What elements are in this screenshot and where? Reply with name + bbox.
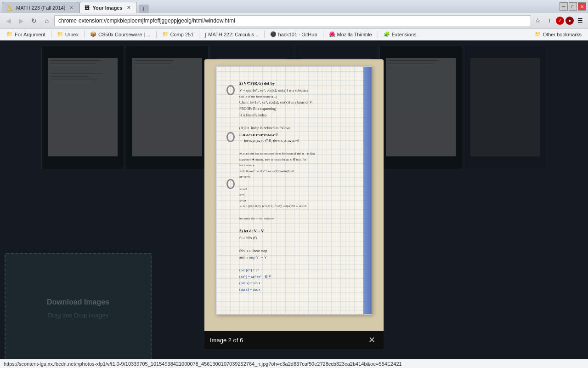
bookmark-star-icon[interactable]: ☆ <box>533 16 543 26</box>
folder-icon-2: 📁 <box>57 31 63 37</box>
bookmark-math222-label: MATH 222: Calculus... <box>208 32 258 37</box>
bookmark-cs50x-label: CS50x Courseware | ... <box>98 32 151 37</box>
bookmark-extensions[interactable]: 🧩 Extensions <box>380 30 420 38</box>
ring-2 <box>226 132 235 142</box>
github-icon: ⚫ <box>270 31 277 37</box>
bookmark-separator-3 <box>156 31 157 38</box>
bookmark-separator-4 <box>199 31 199 38</box>
bookmark-mozilla-label: Mozilla Thimble <box>337 32 372 37</box>
ring-3 <box>226 179 235 189</box>
notebook-text: 2) V⊂F(R,G) def by V = span{eˣ, xeˣ, cos… <box>239 80 367 310</box>
tab1-label: MATH 223 (Fall 2014) <box>16 5 65 11</box>
lightbox-close-button[interactable]: ✕ <box>365 334 378 346</box>
forward-button[interactable]: ▶ <box>16 15 27 26</box>
back-button[interactable]: ◀ <box>3 15 14 26</box>
tab-your-images[interactable]: 🖼 Your Images ✕ <box>79 2 136 13</box>
bookmark-math222[interactable]: ∫ MATH 222: Calculus... <box>201 31 262 38</box>
close-button[interactable]: ✕ <box>578 2 586 11</box>
bookmark-comp251-label: Comp 251 <box>170 32 194 37</box>
reload-button[interactable]: ↻ <box>28 15 40 26</box>
thimble-icon: 🌺 <box>329 31 335 37</box>
lightbox-image: 2) V⊂F(R,G) def by V = span{eˣ, xeˣ, cos… <box>204 59 384 331</box>
tab1-close[interactable]: ✕ <box>68 5 74 11</box>
tab-math223[interactable]: 📐 MATH 223 (Fall 2014) ✕ <box>2 2 79 13</box>
folder-icon-other: 📁 <box>535 31 541 37</box>
bookmark-separator-2 <box>84 31 85 38</box>
title-bar: 📐 MATH 223 (Fall 2014) ✕ 🖼 Your Images ✕… <box>0 0 588 13</box>
ring-binder <box>226 85 235 189</box>
nav-right-icons: ☆ I ✓ ● ☰ <box>533 16 585 26</box>
bookmark-extensions-label: Extensions <box>392 32 417 37</box>
window-controls: ─ □ ✕ <box>560 2 586 11</box>
status-url: https://scontent-lga.xx.fbcdn.net/hphoto… <box>4 361 402 367</box>
lightbox-caption: Image 2 of 6 <box>210 337 243 344</box>
bookmark-other-label: Other bookmarks <box>543 32 582 37</box>
bookmarks-right: 📁 Other bookmarks <box>531 30 585 38</box>
bookmark-urbex-label: Urbex <box>65 32 79 37</box>
maximize-button[interactable]: □ <box>569 2 577 11</box>
google-account-icon[interactable]: I <box>544 16 554 26</box>
lightbox-overlay[interactable]: 2) V⊂F(R,G) def by V = span{eˣ, xeˣ, cos… <box>0 40 588 368</box>
bookmark-for-argument-label: For Argument <box>15 32 45 37</box>
nav-bar: ◀ ▶ ↻ ⌂ chrome-extension://cmpkbieploemj… <box>0 13 588 29</box>
home-button[interactable]: ⌂ <box>41 15 52 26</box>
lightbox-footer: Image 2 of 6 ✕ <box>204 331 384 349</box>
cs50x-icon: 📦 <box>90 31 96 37</box>
ring-1 <box>226 85 235 95</box>
lightbox: 2) V⊂F(R,G) def by V = span{eˣ, xeˣ, cos… <box>204 59 384 349</box>
bookmarks-bar: 📁 For Argument 📁 Urbex 📦 CS50x Coursewar… <box>0 29 588 40</box>
bookmark-other[interactable]: 📁 Other bookmarks <box>531 30 585 38</box>
bookmark-hack101-label: hack101 · GitHub <box>278 32 317 37</box>
folder-icon-3: 📁 <box>162 31 169 37</box>
tab2-favicon: 🖼 <box>85 5 90 11</box>
tab2-label: Your Images <box>92 5 122 11</box>
security-icon[interactable]: ● <box>565 17 574 25</box>
extensions-icon: 🧩 <box>384 31 390 37</box>
address-bar[interactable]: chrome-extension://cmpkbieploemjfmpfeffj… <box>54 15 531 26</box>
bookmark-separator-6 <box>323 31 323 38</box>
tab1-favicon: 📐 <box>7 5 13 11</box>
math222-icon: ∫ <box>205 32 206 37</box>
bookmark-for-argument[interactable]: 📁 For Argument <box>3 30 49 38</box>
menu-button[interactable]: ☰ <box>575 16 585 26</box>
bookmark-separator-7 <box>378 31 378 38</box>
tab-bar: 📐 MATH 223 (Fall 2014) ✕ 🖼 Your Images ✕… <box>2 0 149 13</box>
avast-icon[interactable]: ✓ <box>556 17 564 25</box>
content-area: Download Images Drag and Drop Images 2) … <box>0 40 588 368</box>
bookmark-cs50x[interactable]: 📦 CS50x Courseware | ... <box>86 30 154 38</box>
bookmark-separator-1 <box>51 31 51 38</box>
minimize-button[interactable]: ─ <box>560 2 568 11</box>
folder-icon: 📁 <box>6 31 13 37</box>
status-bar: https://scontent-lga.xx.fbcdn.net/hphoto… <box>0 359 588 368</box>
bookmark-separator-5 <box>264 31 265 38</box>
bookmark-comp251[interactable]: 📁 Comp 251 <box>158 30 198 38</box>
address-text: chrome-extension://cmpkbieploemjfmpfeffj… <box>58 17 527 24</box>
new-tab-button[interactable]: + <box>139 5 149 13</box>
bookmark-urbex[interactable]: 📁 Urbex <box>53 30 82 38</box>
notebook-page: 2) V⊂F(R,G) def by V = span{eˣ, xeˣ, cos… <box>216 66 372 315</box>
bookmark-mozilla-thimble[interactable]: 🌺 Mozilla Thimble <box>325 30 376 38</box>
bookmark-hack101[interactable]: ⚫ hack101 · GitHub <box>266 30 321 38</box>
tab2-close[interactable]: ✕ <box>125 5 132 11</box>
